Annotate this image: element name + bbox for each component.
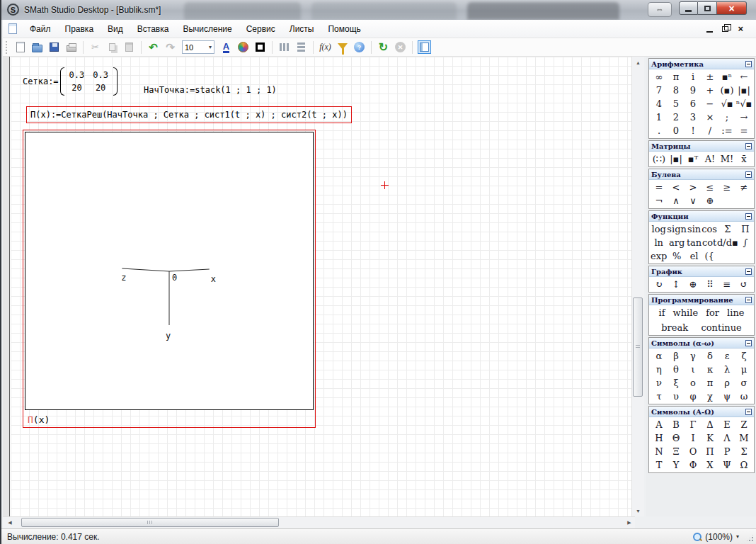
palette-cell[interactable]: ν <box>651 376 668 390</box>
menu-item[interactable]: Сервис <box>239 21 282 37</box>
palette-cell[interactable]: A! <box>701 152 718 166</box>
collapse-icon[interactable] <box>745 143 752 149</box>
palette-cell[interactable]: Ρ <box>718 445 735 458</box>
formula-grid-definition[interactable]: Сетка:= 0.3 0.3 20 20 <box>23 67 118 96</box>
palette-cell[interactable]: Χ <box>701 458 718 472</box>
palette-cell[interactable]: ≠ <box>735 181 752 194</box>
palette-cell[interactable]: Υ <box>668 458 685 472</box>
palette-cell[interactable]: 2 <box>668 110 685 124</box>
palette-cell[interactable]: sign <box>667 222 687 236</box>
palette-cell[interactable]: υ <box>668 390 685 403</box>
palette-header[interactable]: Функции <box>649 211 754 222</box>
recalculate-button[interactable]: ↻ <box>376 40 391 55</box>
vertical-scrollbar[interactable]: ▲ ▼ <box>631 57 644 516</box>
palette-cell[interactable]: M! <box>718 152 735 166</box>
palette-cell[interactable]: := <box>718 124 735 137</box>
reference-button[interactable]: ? <box>352 40 367 55</box>
palette-cell[interactable]: Δ <box>701 418 718 431</box>
palette-cell[interactable]: Θ <box>668 431 685 445</box>
horizontal-scroll-thumb[interactable] <box>21 518 279 527</box>
palette-cell[interactable]: ↺ <box>735 278 752 291</box>
interrupt-button[interactable]: ✕ <box>393 40 408 55</box>
mdi-close-icon[interactable]: × <box>738 25 743 33</box>
palette-cell[interactable]: Ξ <box>668 445 685 458</box>
palette-cell[interactable]: = <box>651 181 668 194</box>
palette-cell[interactable]: for <box>706 306 719 319</box>
palette-cell[interactable]: Β <box>668 418 685 431</box>
palette-cell[interactable]: − <box>701 97 718 110</box>
palette-header[interactable]: Матрицы <box>649 141 754 152</box>
palette-cell[interactable]: . <box>651 124 668 137</box>
palette-cell[interactable]: sin <box>687 222 701 236</box>
palette-cell[interactable]: < <box>668 181 685 194</box>
palette-cell[interactable]: 7 <box>651 84 668 97</box>
save-button[interactable] <box>47 40 62 55</box>
palette-cell[interactable]: δ <box>701 349 718 363</box>
scroll-down-arrow-icon[interactable]: ▼ <box>632 505 644 516</box>
open-button[interactable] <box>30 40 45 55</box>
palette-cell[interactable]: Ι <box>685 431 701 445</box>
palette-cell[interactable]: π <box>701 376 718 390</box>
collapse-icon[interactable] <box>745 409 752 415</box>
title-bar[interactable]: S SMath Studio Desktop - [Bublik.sm*] ⇔ … <box>1 0 756 20</box>
palette-cell[interactable]: tan <box>687 236 701 249</box>
worksheet-grid[interactable]: Сетка:= 0.3 0.3 20 20 НачТочка:=stack(1 … <box>11 57 631 516</box>
palette-cell[interactable]: ζ <box>735 349 752 363</box>
palette-cell[interactable]: (∷) <box>651 152 668 166</box>
palette-cell[interactable]: Λ <box>718 431 735 445</box>
insert-function-button[interactable]: f(x) <box>318 40 333 55</box>
menu-item[interactable]: Помощь <box>321 21 367 37</box>
palette-cell[interactable]: ξ <box>668 376 685 390</box>
palette-cell[interactable]: 9 <box>685 84 701 97</box>
palette-cell[interactable]: ▪ᵀ <box>685 152 701 166</box>
maximize-button[interactable] <box>698 1 717 15</box>
units-filter-button[interactable] <box>335 40 350 55</box>
palette-cell[interactable]: % <box>667 249 687 263</box>
palette-header[interactable]: Символы (А-Ω) <box>649 407 754 417</box>
palette-cell[interactable]: 1 <box>651 110 668 124</box>
palette-cell[interactable]: line <box>727 306 744 319</box>
palette-cell[interactable]: d/d▪ <box>717 236 738 249</box>
palette-cell[interactable]: ο <box>685 376 701 390</box>
palette-cell[interactable]: arg <box>667 236 687 249</box>
palette-cell[interactable]: > <box>685 181 701 194</box>
palette-cell[interactable]: η <box>651 363 668 376</box>
palette-cell[interactable]: √▪ <box>718 97 735 110</box>
palette-header[interactable]: Арифметика <box>649 59 754 69</box>
paste-button[interactable] <box>122 40 137 55</box>
align-horizontal-button[interactable] <box>277 40 292 55</box>
palette-cell[interactable]: ln <box>651 236 667 249</box>
palette-cell[interactable]: α <box>651 349 668 363</box>
palette-cell[interactable]: exp <box>651 249 667 263</box>
border-button[interactable] <box>253 40 268 55</box>
palette-cell[interactable]: π <box>668 70 685 84</box>
menu-item[interactable]: Правка <box>58 21 101 37</box>
palette-cell[interactable]: ± <box>701 70 718 84</box>
palette-cell[interactable]: ; <box>718 110 735 124</box>
formula-start-point[interactable]: НачТочка:=stack(1 ; 1 ; 1) <box>144 85 277 95</box>
copy-button[interactable] <box>105 40 120 55</box>
palette-cell[interactable]: ψ <box>718 390 735 403</box>
document-icon[interactable] <box>8 23 17 34</box>
undo-button[interactable]: ↶ <box>146 40 161 55</box>
vertical-scroll-thumb[interactable] <box>633 298 643 397</box>
palette-cell[interactable]: ⊕ <box>685 278 701 291</box>
minimize-button[interactable] <box>679 1 698 15</box>
palette-cell[interactable]: λ <box>718 363 735 376</box>
close-button[interactable]: × <box>717 1 747 15</box>
palette-cell[interactable]: Ψ <box>718 458 735 472</box>
palette-cell[interactable]: + <box>701 84 718 97</box>
palette-cell[interactable]: ⠿ <box>701 278 718 291</box>
palette-cell[interactable]: Ε <box>718 418 735 431</box>
zoom-level[interactable]: (100%) <box>705 532 733 542</box>
font-size-select[interactable]: 10 ▾ <box>182 40 214 54</box>
palette-cell[interactable]: β <box>668 349 685 363</box>
palette-cell[interactable]: Π <box>738 222 752 236</box>
palette-cell[interactable]: el <box>687 249 701 263</box>
palette-cell[interactable]: 3 <box>685 110 701 124</box>
palette-cell[interactable]: Α <box>651 418 668 431</box>
palette-cell[interactable]: ⊕ <box>701 194 718 208</box>
menu-item[interactable]: Файл <box>23 21 58 37</box>
formula-function-definition[interactable]: П(x):=СеткаРеш(НачТочка ; Сетка ; сист1(… <box>26 106 352 123</box>
palette-cell[interactable]: γ <box>685 349 701 363</box>
